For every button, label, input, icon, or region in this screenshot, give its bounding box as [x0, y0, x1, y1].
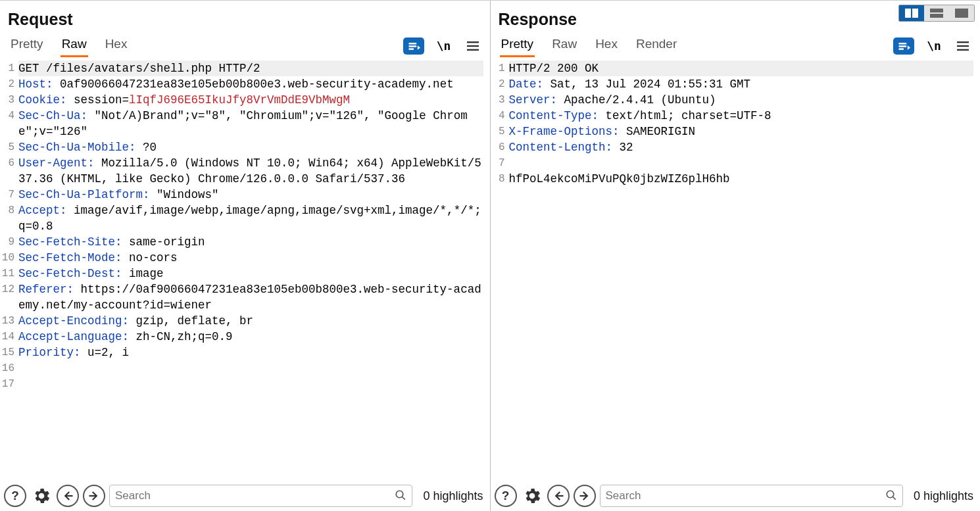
- svg-rect-6: [467, 49, 479, 50]
- editor-line: 5X-Frame-Options: SAMEORIGIN: [491, 124, 981, 139]
- line-content[interactable]: Server: Apache/2.4.41 (Ubuntu): [509, 92, 981, 108]
- line-number: 2: [0, 76, 18, 92]
- tab-hex[interactable]: Hex: [594, 34, 619, 57]
- line-number: 17: [0, 376, 18, 392]
- editor-line: 16: [0, 360, 490, 376]
- svg-point-9: [397, 491, 404, 498]
- forward-arrow-icon[interactable]: [574, 485, 596, 507]
- request-tabs: PrettyRawHex: [9, 34, 128, 57]
- editor-line: 9Sec-Fetch-Site: same-origin: [0, 234, 490, 250]
- layout-single-icon[interactable]: [949, 5, 974, 21]
- newline-toggle-icon[interactable]: \n: [435, 37, 453, 55]
- line-content[interactable]: Sec-Fetch-Dest: image: [18, 266, 490, 281]
- editor-line: 11Sec-Fetch-Dest: image: [0, 266, 490, 281]
- line-number: 10: [0, 250, 18, 266]
- editor-line: 10Sec-Fetch-Mode: no-cors: [0, 250, 490, 266]
- line-content[interactable]: Accept-Encoding: gzip, deflate, br: [18, 313, 490, 329]
- help-icon[interactable]: ?: [4, 485, 26, 507]
- line-content[interactable]: Sec-Fetch-Site: same-origin: [18, 234, 490, 250]
- line-number: 8: [0, 203, 18, 234]
- editor-line: 6User-Agent: Mozilla/5.0 (Windows NT 10.…: [0, 155, 490, 187]
- editor-line: 1GET /files/avatars/shell.php HTTP/2: [0, 61, 490, 76]
- svg-rect-3: [408, 48, 414, 50]
- newline-toggle-icon[interactable]: \n: [925, 37, 943, 55]
- editor-line: 17: [0, 376, 490, 392]
- tab-raw[interactable]: Raw: [61, 34, 88, 57]
- line-content[interactable]: Content-Length: 32: [509, 139, 981, 155]
- response-search-input[interactable]: [606, 489, 885, 502]
- svg-point-24: [887, 491, 894, 498]
- line-content[interactable]: Sec-Ch-Ua: "Not/A)Brand";v="8", "Chromiu…: [18, 108, 490, 139]
- search-icon[interactable]: [395, 489, 406, 503]
- line-content[interactable]: User-Agent: Mozilla/5.0 (Windows NT 10.0…: [18, 155, 490, 187]
- line-content[interactable]: Priority: u=2, i: [18, 345, 490, 360]
- editor-line: 7: [491, 155, 981, 171]
- tab-hex[interactable]: Hex: [104, 34, 129, 57]
- line-number: 4: [0, 108, 18, 139]
- hamburger-icon[interactable]: [464, 37, 482, 55]
- back-arrow-icon[interactable]: [547, 485, 570, 507]
- line-content[interactable]: Sec-Fetch-Mode: no-cors: [18, 250, 490, 266]
- svg-rect-21: [957, 49, 969, 50]
- line-content[interactable]: [18, 376, 490, 392]
- svg-rect-16: [899, 43, 907, 45]
- gear-icon[interactable]: [521, 485, 543, 507]
- editor-line: 2Date: Sat, 13 Jul 2024 01:55:31 GMT: [491, 76, 981, 92]
- tab-pretty[interactable]: Pretty: [9, 34, 45, 57]
- tab-raw[interactable]: Raw: [551, 34, 578, 57]
- line-content[interactable]: Cookie: session=lIqfJ696E65IkuJfy8VrVmDd…: [18, 92, 490, 108]
- line-number: 2: [491, 76, 509, 92]
- line-content[interactable]: Sec-Ch-Ua-Mobile: ?0: [18, 139, 490, 155]
- request-pane: Request PrettyRawHex \n 1GET /files/avat…: [0, 1, 490, 511]
- layout-split-icon[interactable]: [899, 5, 924, 21]
- search-icon[interactable]: [885, 489, 897, 503]
- line-content[interactable]: Referer: https://0af90066047231ea83e105e…: [18, 281, 490, 313]
- hamburger-icon[interactable]: [954, 37, 972, 55]
- line-content[interactable]: Content-Type: text/html; charset=UTF-8: [509, 108, 981, 124]
- editor-line: 12Referer: https://0af90066047231ea83e10…: [0, 281, 490, 313]
- back-arrow-icon[interactable]: [57, 485, 79, 507]
- help-icon[interactable]: ?: [495, 485, 517, 507]
- line-content[interactable]: Accept-Language: zh-CN,zh;q=0.9: [18, 329, 490, 345]
- tab-pretty[interactable]: Pretty: [500, 34, 535, 57]
- editor-line: 3Cookie: session=lIqfJ696E65IkuJfy8VrVmD…: [0, 92, 490, 108]
- line-content[interactable]: X-Frame-Options: SAMEORIGIN: [509, 124, 981, 139]
- line-number: 9: [0, 234, 18, 250]
- actions-icon[interactable]: [893, 37, 914, 55]
- line-content[interactable]: hfPoL4ekcoMiPVuPQk0jbzWIZ6plH6hb: [509, 171, 981, 187]
- response-editor[interactable]: 1HTTP/2 200 OK2Date: Sat, 13 Jul 2024 01…: [491, 58, 981, 482]
- svg-rect-17: [899, 45, 907, 47]
- request-editor[interactable]: 1GET /files/avatars/shell.php HTTP/22Hos…: [0, 58, 490, 482]
- tab-render[interactable]: Render: [635, 34, 678, 57]
- svg-rect-5: [467, 45, 479, 46]
- svg-rect-1: [408, 43, 416, 45]
- line-content[interactable]: GET /files/avatars/shell.php HTTP/2: [18, 61, 490, 76]
- line-number: 15: [0, 345, 18, 360]
- line-number: 8: [491, 171, 509, 187]
- line-number: 3: [0, 92, 18, 108]
- line-content[interactable]: Date: Sat, 13 Jul 2024 01:55:31 GMT: [509, 76, 981, 92]
- line-content[interactable]: [509, 155, 981, 171]
- gear-icon[interactable]: [30, 485, 53, 507]
- line-number: 5: [0, 139, 18, 155]
- request-search-input[interactable]: [115, 489, 395, 502]
- line-content[interactable]: HTTP/2 200 OK: [509, 61, 981, 76]
- svg-rect-18: [899, 48, 904, 50]
- line-content[interactable]: [18, 360, 490, 376]
- editor-line: 2Host: 0af90066047231ea83e105eb00b800e3.…: [0, 76, 490, 92]
- layout-horizontal-icon[interactable]: [924, 5, 949, 21]
- request-title: Request: [8, 10, 73, 29]
- response-search-box[interactable]: [600, 485, 903, 507]
- request-search-box[interactable]: [109, 485, 412, 507]
- forward-arrow-icon[interactable]: [83, 485, 105, 507]
- actions-icon[interactable]: [403, 37, 424, 55]
- line-content[interactable]: Sec-Ch-Ua-Platform: "Windows": [18, 187, 490, 203]
- line-content[interactable]: Host: 0af90066047231ea83e105eb00b800e3.w…: [18, 76, 490, 92]
- line-number: 11: [0, 266, 18, 281]
- line-content[interactable]: Accept: image/avif,image/webp,image/apng…: [18, 203, 490, 234]
- svg-rect-14: [930, 14, 943, 18]
- svg-rect-12: [912, 9, 918, 18]
- line-number: 6: [0, 155, 18, 187]
- svg-rect-11: [905, 9, 911, 18]
- editor-line: 6Content-Length: 32: [491, 139, 981, 155]
